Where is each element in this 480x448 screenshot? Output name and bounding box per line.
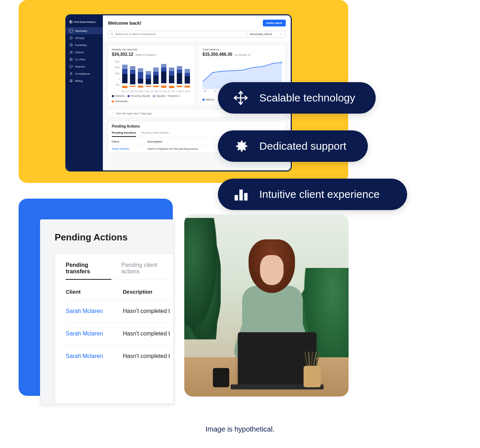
bar-y-labels: 450k 300k 150k 0 -50k [112,60,120,86]
col-client: Client [66,289,123,295]
image-caption: Image is hypothetical. [0,425,480,433]
deposits-sub: Week of January 9 [136,54,156,56]
sidebar-item-label: 401(k)s [75,36,85,40]
bar-legend: Rollovers Recurring deposits Deposits + … [112,95,191,103]
pending-title: Pending Actions [112,124,282,128]
gear-icon [232,138,249,155]
row-desc: Hasn't completed t [123,330,174,337]
balance-sub: on January 12 [235,54,250,56]
search-row: Secondary clients [103,31,291,41]
chevron-down-icon [280,33,282,36]
deposits-value: $34,302.12 [112,52,133,57]
bar-x-labels: Nov 21Nov 28Dec 5Dec 12Dec 19Dec 26Jan 2… [121,90,191,93]
arrows-expand-icon [232,89,249,106]
pill-label: Intuitive client experience [259,188,380,200]
sidebar-item-copilot[interactable]: Co-Pilot [66,56,103,63]
pending-big-card: Pending transfers Pending client actions… [55,254,174,404]
sidebar-item-label: Portfolios [75,44,87,47]
table-row: Sarah Mclaren Hasn't completed t [66,300,174,322]
portfolios-icon [69,43,73,47]
col-client: Client [112,140,148,143]
svg-rect-14 [239,190,243,201]
pill-client-experience: Intuitive client experience [218,179,407,210]
svg-point-6 [71,59,72,60]
client-link[interactable]: Sarah Mclaren [66,353,123,359]
svg-point-3 [70,51,71,52]
pending-actions-panel: Pending Actions Pending transfers Pendin… [40,219,174,405]
sidebar-item-label: Clients [75,51,84,54]
table-row: Sarah Mclaren Hasn't completed t [66,345,174,367]
table-row: Sarah Mclaren Hasn't completed t [66,322,174,345]
sidebar-item-label: Summary [75,29,87,33]
svg-rect-7 [70,65,72,68]
tab-pending-transfers[interactable]: Pending transfers [112,131,136,137]
bulb-icon [111,112,114,115]
balance-value: $15,350,466.30 [202,52,232,57]
pill-scalable-technology: Scalable technology [218,82,376,114]
search-input[interactable] [115,33,244,36]
login-note-text: Your last login was 3 days ago [116,112,152,115]
401k-icon [69,36,73,40]
dropdown-label: Secondary clients [250,33,272,36]
pending-big-title: Pending Actions [55,232,174,243]
billing-icon [69,79,73,83]
sidebar-item-billing[interactable]: Billing [66,77,103,84]
client-link[interactable]: Sarah Mclaren [112,147,148,150]
sidebar-item-clients[interactable]: Clients [66,49,103,56]
copilot-icon [69,58,73,61]
card-title: Total balance [202,48,282,51]
pen-holder [304,366,321,387]
bars-area [121,60,191,86]
reports-icon [69,65,73,68]
brand-icon [69,20,72,24]
client-link[interactable]: Sarah Mclaren [66,330,123,337]
row-desc: Hasn't completed t [123,353,174,359]
search-icon [110,33,114,36]
tab-pending-client-actions[interactable]: Pending client actions [141,131,169,137]
invite-client-button[interactable]: Invite client [263,20,286,26]
sidebar-item-label: Compliance [75,72,90,75]
compliance-icon [69,72,73,75]
pill-label: Scalable technology [259,92,355,104]
lifestyle-photo [184,214,349,397]
weekly-deposits-card: Weekly net deposits $34,302.12 Week of J… [108,45,195,106]
sidebar-item-portfolios[interactable]: Portfolios [66,41,103,49]
sidebar-item-label: Billing [75,79,82,83]
tab-pending-client-actions[interactable]: Pending client actions [121,262,174,280]
pens [304,352,320,367]
summary-icon [69,29,73,33]
svg-rect-0 [70,29,72,32]
sidebar-item-compliance[interactable]: Compliance [66,70,103,77]
sidebar-item-reports[interactable]: Reports [66,63,103,70]
row-desc: Hasn't completed t [123,308,174,314]
pending-big-tabs: Pending transfers Pending client actions [66,262,174,280]
plant-left [184,218,221,339]
sidebar-item-label: Reports [75,65,85,68]
svg-point-12 [112,113,113,114]
client-link[interactable]: Sarah Mclaren [66,308,123,314]
brand-name: First Road Advisors [74,21,96,23]
svg-point-10 [111,33,112,35]
secondary-clients-dropdown[interactable]: Secondary clients [246,31,286,38]
pending-big-head: Client Description [66,280,174,300]
sidebar-item-summary[interactable]: Summary [66,27,103,34]
deposits-bar-chart: 450k 300k 150k 0 -50k Nov 21Nov 28Dec 5D… [112,60,191,93]
svg-rect-8 [70,73,72,75]
svg-point-4 [71,51,72,53]
svg-rect-15 [244,193,248,200]
sidebar: First Road Advisors Summary 401(k)s Port… [66,15,103,170]
tab-pending-transfers[interactable]: Pending transfers [66,262,111,280]
svg-rect-13 [235,195,238,200]
cup [213,368,229,387]
sidebar-item-401k[interactable]: 401(k)s [66,34,103,41]
topbar: Welcome back! Invite client [103,15,291,31]
search-box[interactable] [108,31,246,38]
clients-icon [69,50,73,54]
pill-dedicated-support: Dedicated support [218,130,368,162]
card-title: Weekly net deposits [112,48,191,51]
brand: First Road Advisors [66,19,103,27]
page-title: Welcome back! [108,20,141,26]
col-description: Description [123,289,174,295]
sidebar-item-label: Co-Pilot [75,58,85,61]
bar-chart-icon [232,186,249,203]
